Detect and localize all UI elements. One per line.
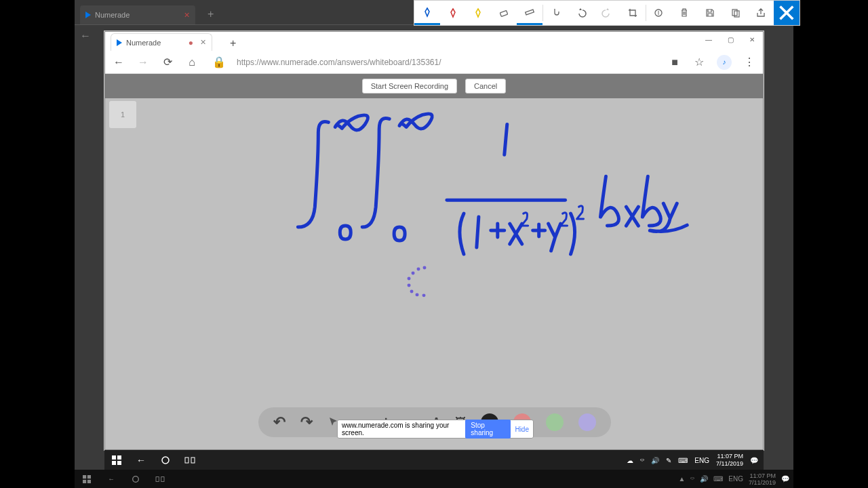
wb-redo-icon[interactable]: ↷ xyxy=(300,413,313,431)
svg-rect-15 xyxy=(112,455,116,460)
forward-button[interactable]: → xyxy=(136,56,150,69)
back-button[interactable]: ← xyxy=(112,56,125,69)
system-tray: ☁ ⌔ 🔊 ✎ ⌨ ENG 11:07 PM 7/11/2019 💬 xyxy=(627,453,764,468)
eraser-tool[interactable] xyxy=(491,1,517,25)
browser-menu-icon[interactable]: ⋮ xyxy=(743,56,756,69)
host-cortana-icon[interactable] xyxy=(123,475,148,483)
browser-tab[interactable]: Numerade ● ✕ xyxy=(111,33,212,51)
svg-point-6 xyxy=(412,271,415,274)
host-windows-taskbar[interactable]: ← ▲ ⌔ 🔊 ⌨ ENG 11:07 PM 7/11/2019 💬 xyxy=(75,470,793,488)
hide-sharing-button[interactable]: Hide xyxy=(515,426,529,433)
address-bar: ← → ⟳ ⌂ 🔒 https://www.numerade.com/answe… xyxy=(105,51,763,74)
highlighter-tool[interactable] xyxy=(465,1,491,25)
host-action-center-icon[interactable]: 💬 xyxy=(781,475,789,483)
tray-volume-icon[interactable]: 🔊 xyxy=(651,457,659,464)
window-close-button[interactable]: ✕ xyxy=(741,32,763,47)
host-tray-volume-icon[interactable]: 🔊 xyxy=(700,475,708,483)
pen-blue-tool[interactable] xyxy=(414,1,440,25)
host-tray-keyboard-icon[interactable]: ⌨ xyxy=(713,475,723,483)
host-system-tray: ▲ ⌔ 🔊 ⌨ ENG 11:07 PM 7/11/2019 💬 xyxy=(678,472,793,486)
taskview-icon[interactable] xyxy=(178,455,202,465)
start-button[interactable] xyxy=(104,455,129,465)
svg-point-11 xyxy=(410,289,414,293)
svg-rect-16 xyxy=(117,455,121,460)
host-taskview-icon[interactable] xyxy=(148,475,172,483)
svg-point-7 xyxy=(417,267,420,270)
host-clock[interactable]: 11:07 PM 7/11/2019 xyxy=(749,472,776,486)
new-tab-button[interactable]: + xyxy=(230,37,236,49)
start-recording-button[interactable]: Start Screen Recording xyxy=(362,79,457,94)
svg-point-13 xyxy=(422,293,426,297)
host-tray-wifi-icon[interactable]: ⌔ xyxy=(690,475,694,483)
svg-point-9 xyxy=(408,277,411,280)
svg-rect-23 xyxy=(87,475,91,479)
tab-modified-dot: ● xyxy=(189,38,193,47)
chrome-window: Numerade ● ✕ + — ▢ ✕ ← → ⟳ ⌂ 🔒 https://w… xyxy=(104,31,764,450)
screen-share-notice: www.numerade.com is sharing your screen.… xyxy=(337,420,534,439)
svg-rect-1 xyxy=(525,9,534,15)
tab-close-icon[interactable]: ✕ xyxy=(200,38,206,47)
tray-keyboard-icon[interactable]: ⌨ xyxy=(678,457,688,464)
share-text: www.numerade.com is sharing your screen. xyxy=(342,422,461,436)
bg-newtab-button[interactable]: + xyxy=(208,8,214,20)
bg-browser-tab[interactable]: Numerade ✕ xyxy=(80,5,195,24)
zoom-button[interactable] xyxy=(646,1,672,25)
host-start-button[interactable] xyxy=(75,475,99,483)
host-tray-icon[interactable]: ▲ xyxy=(678,475,685,483)
svg-rect-18 xyxy=(117,461,121,465)
cancel-recording-button[interactable]: Cancel xyxy=(465,79,506,94)
windows-taskbar[interactable]: ← ☁ ⌔ 🔊 ✎ ⌨ ENG 11:07 PM 7/11/2019 💬 xyxy=(104,450,764,470)
action-center-icon[interactable]: 💬 xyxy=(750,457,758,464)
svg-rect-27 xyxy=(156,476,159,481)
reload-button[interactable]: ⟳ xyxy=(161,56,174,69)
tray-pen-icon[interactable]: ✎ xyxy=(666,457,671,464)
touch-write-tool[interactable] xyxy=(543,1,569,25)
svg-rect-25 xyxy=(87,479,91,483)
pen-red-tool[interactable] xyxy=(440,1,466,25)
bg-tab-close-icon[interactable]: ✕ xyxy=(184,11,190,20)
save-button[interactable] xyxy=(697,1,723,25)
svg-rect-22 xyxy=(83,475,86,479)
tray-wifi-icon[interactable]: ⌔ xyxy=(640,457,644,464)
host-back-icon[interactable]: ← xyxy=(99,475,123,483)
delete-button[interactable] xyxy=(671,1,697,25)
svg-rect-20 xyxy=(185,458,189,463)
tray-lang[interactable]: ENG xyxy=(694,457,709,464)
minimize-button[interactable]: — xyxy=(698,32,719,47)
snip-close-button[interactable] xyxy=(774,1,800,25)
maximize-button[interactable]: ▢ xyxy=(719,32,741,47)
wb-color-purple[interactable] xyxy=(578,413,596,431)
undo-button[interactable] xyxy=(568,1,594,25)
home-button[interactable]: ⌂ xyxy=(185,56,199,69)
bg-back-icon[interactable]: ← xyxy=(80,30,91,42)
wb-undo-icon[interactable]: ↶ xyxy=(273,413,285,431)
crop-button[interactable] xyxy=(620,1,646,25)
svg-rect-0 xyxy=(500,10,507,16)
tray-onedrive-icon[interactable]: ☁ xyxy=(627,457,633,464)
ruler-tool[interactable] xyxy=(517,1,542,25)
redo-button[interactable] xyxy=(594,1,620,25)
taskbar-back-icon[interactable]: ← xyxy=(129,455,153,466)
handwriting-ink xyxy=(105,98,763,410)
bg-tab-title: Numerade xyxy=(95,11,130,19)
share-button[interactable] xyxy=(749,1,774,25)
stop-sharing-button[interactable]: Stop sharing xyxy=(465,420,511,439)
wb-color-green[interactable] xyxy=(546,413,564,431)
numerade-logo-icon xyxy=(85,12,91,18)
snip-sketch-toolbar xyxy=(414,0,800,26)
cortana-icon[interactable] xyxy=(153,455,178,465)
recording-bar: Start Screen Recording Cancel xyxy=(105,74,763,98)
svg-point-10 xyxy=(408,283,411,287)
lock-icon[interactable]: 🔒 xyxy=(212,56,226,69)
taskbar-clock[interactable]: 11:07 PM 7/11/2019 xyxy=(716,453,743,468)
bookmark-star-icon[interactable]: ☆ xyxy=(692,56,706,69)
extension-icon[interactable]: ♪ xyxy=(717,55,732,70)
site-favicon-icon xyxy=(117,39,122,46)
host-tray-lang[interactable]: ENG xyxy=(728,475,743,483)
svg-point-12 xyxy=(416,293,419,296)
url-text[interactable]: https://www.numerade.com/answers/whitebo… xyxy=(237,58,657,67)
svg-rect-28 xyxy=(161,476,164,481)
svg-point-19 xyxy=(162,457,169,464)
copy-button[interactable] xyxy=(723,1,749,25)
camera-icon[interactable]: ■ xyxy=(668,56,682,69)
